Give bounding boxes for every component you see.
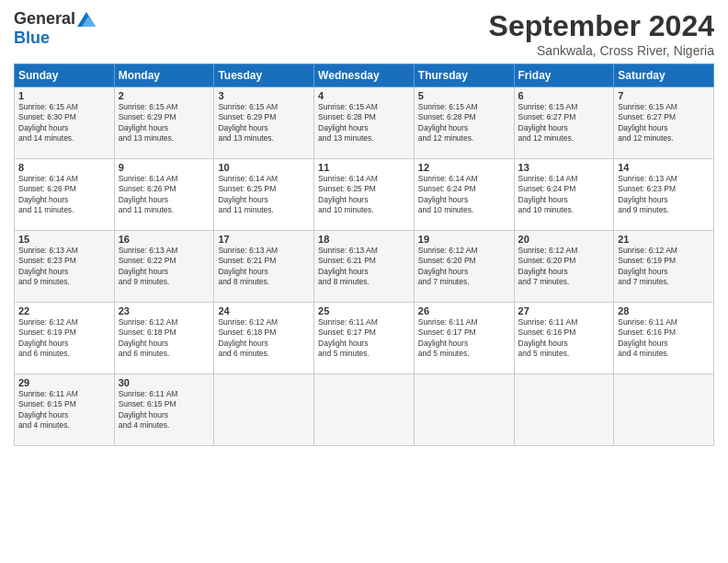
day-info: Sunrise: 6:14 AMSunset: 6:26 PMDaylight … — [119, 174, 210, 216]
day-header: Sunday — [15, 64, 115, 87]
day-info: Sunrise: 6:12 AMSunset: 6:18 PMDaylight … — [119, 317, 210, 360]
day-number: 15 — [18, 234, 110, 245]
day-number: 13 — [518, 162, 610, 173]
calendar-cell: 17Sunrise: 6:13 AMSunset: 6:21 PMDayligh… — [214, 231, 314, 303]
calendar-cell: 19Sunrise: 6:12 AMSunset: 6:20 PMDayligh… — [414, 231, 514, 303]
day-info: Sunrise: 6:14 AMSunset: 6:25 PMDaylight … — [218, 174, 310, 216]
day-number: 20 — [518, 234, 610, 245]
calendar-cell: 23Sunrise: 6:12 AMSunset: 6:18 PMDayligh… — [114, 303, 214, 374]
calendar-cell: 13Sunrise: 6:14 AMSunset: 6:24 PMDayligh… — [514, 159, 614, 231]
day-number: 28 — [618, 305, 710, 316]
day-info: Sunrise: 6:13 AMSunset: 6:21 PMDaylight … — [218, 246, 310, 288]
day-info: Sunrise: 6:13 AMSunset: 6:23 PMDaylight … — [18, 246, 110, 288]
day-info: Sunrise: 6:15 AMSunset: 6:27 PMDaylight … — [518, 102, 610, 144]
calendar-cell: 22Sunrise: 6:12 AMSunset: 6:19 PMDayligh… — [15, 303, 115, 374]
day-number: 3 — [218, 90, 310, 101]
day-number: 18 — [318, 234, 410, 245]
day-header: Wednesday — [314, 64, 415, 87]
day-header: Tuesday — [214, 64, 314, 87]
calendar-cell: 27Sunrise: 6:11 AMSunset: 6:16 PMDayligh… — [514, 303, 614, 374]
calendar-cell: 14Sunrise: 6:13 AMSunset: 6:23 PMDayligh… — [614, 159, 714, 231]
calendar-cell: 30Sunrise: 6:11 AMSunset: 6:15 PMDayligh… — [114, 374, 214, 446]
day-number: 7 — [618, 90, 710, 101]
calendar-week-row: 15Sunrise: 6:13 AMSunset: 6:23 PMDayligh… — [15, 231, 714, 303]
calendar-cell: 7Sunrise: 6:15 AMSunset: 6:27 PMDaylight… — [614, 87, 714, 159]
day-info: Sunrise: 6:12 AMSunset: 6:20 PMDaylight … — [518, 246, 610, 288]
day-info: Sunrise: 6:11 AMSunset: 6:17 PMDaylight … — [418, 317, 510, 360]
day-number: 22 — [18, 305, 110, 316]
day-info: Sunrise: 6:11 AMSunset: 6:15 PMDaylight … — [18, 389, 110, 431]
logo: General Blue — [14, 9, 96, 48]
day-number: 21 — [618, 234, 710, 245]
day-number: 6 — [518, 90, 610, 101]
calendar-cell: 10Sunrise: 6:14 AMSunset: 6:25 PMDayligh… — [214, 159, 314, 231]
calendar-cell: 16Sunrise: 6:13 AMSunset: 6:22 PMDayligh… — [114, 231, 214, 303]
calendar-cell: 28Sunrise: 6:11 AMSunset: 6:16 PMDayligh… — [614, 303, 714, 374]
calendar-cell: 29Sunrise: 6:11 AMSunset: 6:15 PMDayligh… — [15, 374, 115, 446]
calendar-week-row: 1Sunrise: 6:15 AMSunset: 6:30 PMDaylight… — [15, 87, 714, 159]
day-info: Sunrise: 6:15 AMSunset: 6:30 PMDaylight … — [18, 102, 110, 144]
day-info: Sunrise: 6:12 AMSunset: 6:18 PMDaylight … — [218, 317, 310, 360]
calendar-table: SundayMondayTuesdayWednesdayThursdayFrid… — [14, 63, 714, 446]
day-info: Sunrise: 6:14 AMSunset: 6:24 PMDaylight … — [418, 174, 510, 216]
calendar-cell: 15Sunrise: 6:13 AMSunset: 6:23 PMDayligh… — [15, 231, 115, 303]
logo-general-text: General — [14, 9, 75, 29]
calendar-cell: 20Sunrise: 6:12 AMSunset: 6:20 PMDayligh… — [514, 231, 614, 303]
day-number: 12 — [418, 162, 510, 173]
day-info: Sunrise: 6:13 AMSunset: 6:21 PMDaylight … — [318, 246, 410, 288]
title-section: September 2024 Sankwala, Cross River, Ni… — [489, 9, 714, 58]
calendar-cell: 21Sunrise: 6:12 AMSunset: 6:19 PMDayligh… — [614, 231, 714, 303]
main-container: General Blue September 2024 Sankwala, Cr… — [0, 0, 728, 455]
day-info: Sunrise: 6:13 AMSunset: 6:23 PMDaylight … — [618, 174, 710, 216]
logo-blue-text: Blue — [14, 29, 50, 48]
calendar-cell: 2Sunrise: 6:15 AMSunset: 6:29 PMDaylight… — [114, 87, 214, 159]
day-number: 8 — [18, 162, 110, 173]
calendar-cell: 3Sunrise: 6:15 AMSunset: 6:29 PMDaylight… — [214, 87, 314, 159]
calendar-cell — [214, 374, 314, 446]
day-info: Sunrise: 6:12 AMSunset: 6:19 PMDaylight … — [618, 246, 710, 288]
calendar-cell: 26Sunrise: 6:11 AMSunset: 6:17 PMDayligh… — [414, 303, 514, 374]
day-number: 2 — [119, 90, 210, 101]
month-title: September 2024 — [489, 9, 714, 43]
calendar-cell — [314, 374, 415, 446]
day-number: 29 — [18, 377, 110, 388]
day-header: Saturday — [614, 64, 714, 87]
day-info: Sunrise: 6:15 AMSunset: 6:27 PMDaylight … — [618, 102, 710, 144]
day-info: Sunrise: 6:12 AMSunset: 6:19 PMDaylight … — [18, 317, 110, 360]
calendar-cell: 11Sunrise: 6:14 AMSunset: 6:25 PMDayligh… — [314, 159, 415, 231]
day-info: Sunrise: 6:11 AMSunset: 6:15 PMDaylight … — [119, 389, 210, 431]
day-info: Sunrise: 6:15 AMSunset: 6:29 PMDaylight … — [218, 102, 310, 144]
calendar-cell: 9Sunrise: 6:14 AMSunset: 6:26 PMDaylight… — [114, 159, 214, 231]
day-header: Friday — [514, 64, 614, 87]
day-info: Sunrise: 6:12 AMSunset: 6:20 PMDaylight … — [418, 246, 510, 288]
day-number: 23 — [119, 305, 210, 316]
day-info: Sunrise: 6:11 AMSunset: 6:16 PMDaylight … — [518, 317, 610, 360]
calendar-week-row: 22Sunrise: 6:12 AMSunset: 6:19 PMDayligh… — [15, 303, 714, 374]
calendar-week-row: 8Sunrise: 6:14 AMSunset: 6:26 PMDaylight… — [15, 159, 714, 231]
day-number: 10 — [218, 162, 310, 173]
day-number: 27 — [518, 305, 610, 316]
day-number: 9 — [119, 162, 210, 173]
day-number: 17 — [218, 234, 310, 245]
day-info: Sunrise: 6:14 AMSunset: 6:25 PMDaylight … — [318, 174, 410, 216]
day-header: Thursday — [414, 64, 514, 87]
day-info: Sunrise: 6:14 AMSunset: 6:24 PMDaylight … — [518, 174, 610, 216]
calendar-cell: 4Sunrise: 6:15 AMSunset: 6:28 PMDaylight… — [314, 87, 415, 159]
day-header: Monday — [114, 64, 214, 87]
calendar-cell — [614, 374, 714, 446]
calendar-cell — [414, 374, 514, 446]
calendar-cell: 5Sunrise: 6:15 AMSunset: 6:28 PMDaylight… — [414, 87, 514, 159]
location-subtitle: Sankwala, Cross River, Nigeria — [489, 43, 714, 58]
day-number: 5 — [418, 90, 510, 101]
day-info: Sunrise: 6:15 AMSunset: 6:28 PMDaylight … — [318, 102, 410, 144]
day-number: 11 — [318, 162, 410, 173]
day-info: Sunrise: 6:11 AMSunset: 6:16 PMDaylight … — [618, 317, 710, 360]
calendar-cell — [514, 374, 614, 446]
header-row: SundayMondayTuesdayWednesdayThursdayFrid… — [15, 64, 714, 87]
calendar-cell: 18Sunrise: 6:13 AMSunset: 6:21 PMDayligh… — [314, 231, 415, 303]
day-number: 19 — [418, 234, 510, 245]
day-number: 4 — [318, 90, 410, 101]
day-number: 1 — [18, 90, 110, 101]
day-info: Sunrise: 6:15 AMSunset: 6:28 PMDaylight … — [418, 102, 510, 144]
day-number: 30 — [119, 377, 210, 388]
